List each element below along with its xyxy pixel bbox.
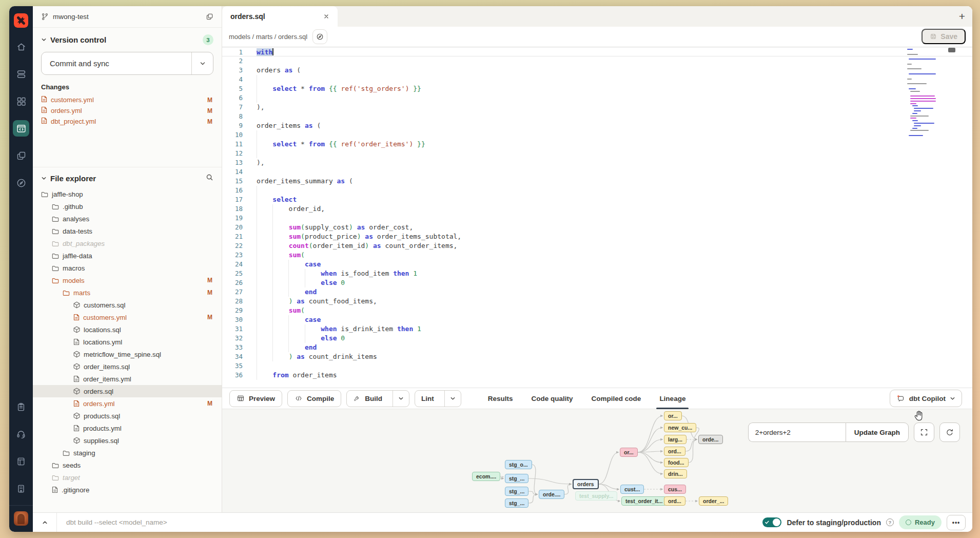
tab-compiled-code[interactable]: Compiled code [592,388,641,409]
code-line-26[interactable]: 26 else 0 [222,278,972,287]
expand-command-bar-icon[interactable] [33,513,56,532]
lineage-node-ory[interactable]: or... [664,411,682,420]
file-tree-item-orders-yml[interactable]: orders.ymlM [33,397,222,410]
code-line-33[interactable]: 33 end [222,343,972,352]
dbt-logo-icon[interactable] [14,13,28,28]
code-line-19[interactable]: 19 [222,214,972,223]
code-line-15[interactable]: 15order_items_summary as ( [222,177,972,186]
lineage-node-orpink[interactable]: or... [620,448,638,457]
lineage-node-ordy[interactable]: ord... [664,447,685,456]
refresh-icon[interactable] [939,422,960,442]
file-tree-item-staging[interactable]: staging [33,447,222,459]
file-tree-item-locations-sql[interactable]: locations.sql [33,323,222,336]
lineage-node-stg4[interactable]: stg_... [505,498,528,508]
code-line-36[interactable]: 36 from order_items [222,371,972,380]
code-line-2[interactable]: 2 [222,56,972,66]
file-tree-item-metricflow-time-spine-sql[interactable]: metricflow_time_spine.sql [33,348,222,360]
lineage-node-stg3[interactable]: stg_... [505,487,528,496]
studio-ide-icon[interactable] [13,120,29,137]
save-button[interactable]: Save [922,29,966,44]
build-options-caret[interactable] [393,391,409,407]
commit-and-sync-button[interactable]: Commit and sync [41,52,213,75]
file-tree-item-orders-sql[interactable]: orders.sql [33,385,222,397]
file-tree-item-marts[interactable]: martsM [33,286,222,299]
tab-results[interactable]: Results [488,388,513,409]
code-line-27[interactable]: 27 end [222,287,972,297]
file-tree-item-target[interactable]: target [33,471,222,484]
code-line-20[interactable]: 20 sum(supply_cost) as order_cost, [222,223,972,232]
tab-code-quality[interactable]: Code quality [532,388,573,409]
code-line-17[interactable]: 17 select [222,195,972,204]
lineage-node-food[interactable]: food... [664,458,689,467]
open-in-lineage-icon[interactable] [312,29,327,44]
fullscreen-icon[interactable] [914,422,934,442]
tab-orders-sql[interactable]: orders.sql [222,6,338,27]
lint-button[interactable]: Lint [415,390,461,407]
project-name[interactable]: mwong-test [53,13,89,21]
code-line-10[interactable]: 10 [222,130,972,140]
file-tree-item-dbt-packages[interactable]: dbt_packages [33,237,222,249]
lint-options-caret[interactable] [444,391,461,407]
code-line-18[interactable]: 18 order_id, [222,204,972,214]
file-tree-item-locations-yml[interactable]: locations.yml [33,336,222,348]
file-tree-item-macros[interactable]: macros [33,262,222,274]
lineage-node-cuspink[interactable]: cus... [664,485,686,494]
copy-icon[interactable] [206,13,213,21]
changelog-clipboard-icon[interactable] [13,399,29,415]
lineage-node-newcu[interactable]: new_cu... [664,423,696,432]
help-icon[interactable]: ? [886,518,894,526]
lineage-node-orders[interactable]: orders [573,479,599,489]
tab-lineage[interactable]: Lineage [659,388,685,409]
build-button[interactable]: Build [346,390,409,407]
home-icon[interactable] [13,39,29,55]
file-tree-item-jaffle-data[interactable]: jaffle-data [33,249,222,262]
file-tree-item-products-yml[interactable]: products.yml [33,422,222,434]
organization-building-icon[interactable] [13,481,29,497]
lineage-node-stg2[interactable]: stg_... [505,474,528,483]
code-line-22[interactable]: 22 count(order_item_id) as count_order_i… [222,241,972,251]
orchestration-compass-icon[interactable] [13,175,29,191]
code-line-29[interactable]: 29 sum( [222,306,972,315]
lineage-node-ordegray[interactable]: orde... [698,435,723,444]
code-line-35[interactable]: 35 [222,361,972,371]
minimap[interactable] [907,49,939,138]
changed-file-row[interactable]: dbt_project.yml M [41,116,213,127]
lineage-node-stg1[interactable]: stg_o... [505,460,532,469]
file-tree-item-models[interactable]: modelsM [33,274,222,286]
code-line-4[interactable]: 4 [222,75,972,84]
changed-file-row[interactable]: customers.yml M [41,94,213,105]
file-tree-item--gitignore[interactable]: .gitignore [33,484,222,496]
deploy-jobs-icon[interactable] [13,66,29,82]
file-tree-item-analyses[interactable]: analyses [33,213,222,225]
lineage-node-orde2[interactable]: orde.... [539,490,564,499]
preview-button[interactable]: Preview [229,390,282,407]
code-line-25[interactable]: 25 when is_food_item then 1 [222,269,972,278]
lineage-node-testsupply[interactable]: test_supply... [575,491,617,501]
code-line-6[interactable]: 6 [222,93,972,103]
scrollbar-thumb[interactable] [948,48,955,52]
code-line-32[interactable]: 32 else 0 [222,334,972,343]
file-tree-item-order-items-sql[interactable]: order_items.sql [33,360,222,373]
file-tree-item--github[interactable]: .github [33,200,222,213]
docs-notebook-icon[interactable] [13,453,29,470]
code-line-14[interactable]: 14 [222,167,972,177]
code-line-3[interactable]: 3orders as ( [222,66,972,75]
code-line-13[interactable]: 13), [222,158,972,167]
lineage-node-testorder[interactable]: test_order_it... [621,496,667,506]
code-line-23[interactable]: 23 sum( [222,251,972,260]
file-tree-item-data-tests[interactable]: data-tests [33,225,222,237]
file-tree-item-order-items-yml[interactable]: order_items.yml [33,373,222,385]
lineage-node-ordery[interactable]: order_... [699,496,728,506]
close-icon[interactable] [323,13,329,20]
chevron-down-icon[interactable] [41,174,47,183]
lineage-node-ecom[interactable]: ecom.... [472,472,500,481]
file-tree-item-customers-yml[interactable]: customers.ymlM [33,311,222,323]
code-line-1[interactable]: 1with [222,47,972,56]
code-line-9[interactable]: 9order_items as ( [222,121,972,130]
code-line-30[interactable]: 30 case [222,315,972,324]
catalog-grid-icon[interactable] [13,93,29,109]
code-line-7[interactable]: 7), [222,103,972,112]
code-line-11[interactable]: 11 select * from {{ ref('order_items') }… [222,140,972,149]
breadcrumb[interactable]: models / marts / orders.sql [229,33,307,41]
chevron-down-icon[interactable] [41,35,47,45]
